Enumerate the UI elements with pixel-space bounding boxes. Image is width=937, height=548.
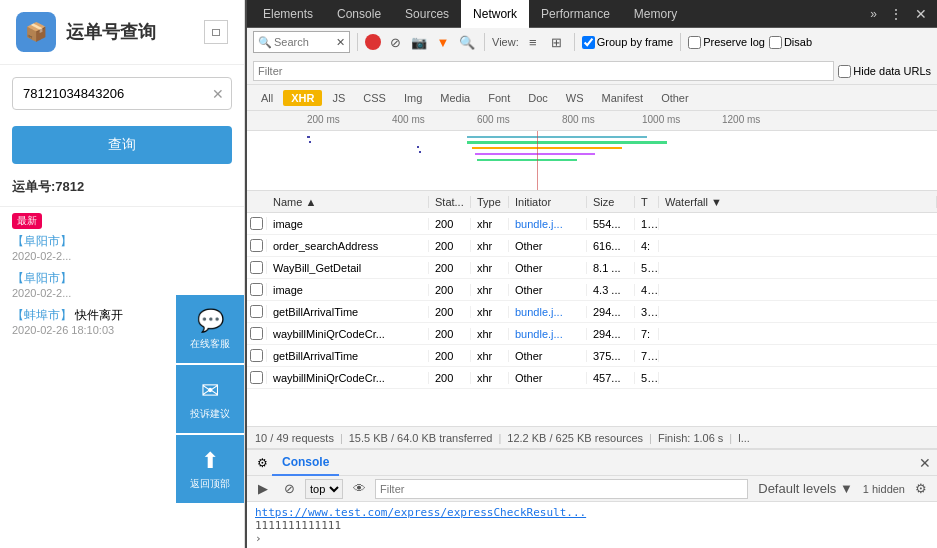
context-selector[interactable]: top — [305, 479, 343, 499]
preserve-log-label[interactable]: Preserve log — [688, 36, 765, 49]
tab-console[interactable]: Console — [325, 0, 393, 28]
eye-icon[interactable]: 👁 — [349, 479, 369, 499]
search-network-btn[interactable]: 🔍 — [457, 32, 477, 52]
filter-tab-doc[interactable]: Doc — [520, 90, 556, 106]
table-row[interactable]: image 200 xhr bundle.j... 554... 1€ — [247, 213, 937, 235]
disable-cache-checkbox[interactable] — [769, 36, 782, 49]
row-initiator-6[interactable]: bundle.j... — [509, 328, 587, 340]
row-name-7: getBillArrivalTime — [267, 350, 429, 362]
filter-tab-js[interactable]: JS — [324, 90, 353, 106]
console-settings-btn[interactable]: ⚙ — [911, 479, 931, 499]
row-type-8: xhr — [471, 372, 509, 384]
row-check-2[interactable] — [250, 239, 263, 252]
more-tabs-btn[interactable]: » — [864, 7, 883, 21]
th-status[interactable]: Stat... — [429, 196, 471, 208]
back-to-top-btn[interactable]: ⬆ 返回顶部 — [176, 435, 244, 503]
row-check-6[interactable] — [250, 327, 263, 340]
row-checkbox[interactable] — [247, 371, 267, 384]
screenshot-btn[interactable]: 📷 — [409, 32, 429, 52]
console-tab-console[interactable]: Console — [272, 450, 339, 476]
record-btn[interactable] — [365, 34, 381, 50]
filter-tab-font[interactable]: Font — [480, 90, 518, 106]
filter-tab-media[interactable]: Media — [432, 90, 478, 106]
tab-memory[interactable]: Memory — [622, 0, 689, 28]
list-view-btn[interactable]: ≡ — [523, 32, 543, 52]
preserve-log-checkbox[interactable] — [688, 36, 701, 49]
news-link-1[interactable]: 【阜阳市】 — [12, 234, 72, 248]
th-waterfall[interactable]: Waterfall ▼ — [659, 196, 937, 208]
hide-data-urls-checkbox[interactable] — [838, 65, 851, 78]
console-prompt-line: › — [255, 532, 929, 545]
timeline-orange-bar — [472, 147, 622, 149]
header-action-btn[interactable]: □ — [204, 20, 228, 44]
row-checkbox[interactable] — [247, 305, 267, 318]
filter-tab-other[interactable]: Other — [653, 90, 697, 106]
row-checkbox[interactable] — [247, 217, 267, 230]
block-icon[interactable]: ⊘ — [279, 479, 299, 499]
row-checkbox[interactable] — [247, 261, 267, 274]
th-type[interactable]: Type — [471, 196, 509, 208]
table-row[interactable]: waybillMiniQrCodeCr... 200 xhr bundle.j.… — [247, 323, 937, 345]
log-levels-btn[interactable]: Default levels ▼ — [754, 479, 857, 499]
disable-cache-label[interactable]: Disab — [769, 36, 812, 49]
table-row[interactable]: waybillMiniQrCodeCr... 200 xhr Other 457… — [247, 367, 937, 389]
finish-time: Finish: 1.06 s — [658, 432, 723, 444]
network-table-container: Name ▲ Stat... Type Initiator Size T Wat… — [247, 191, 937, 448]
row-checkbox[interactable] — [247, 327, 267, 340]
tab-sources[interactable]: Sources — [393, 0, 461, 28]
table-row[interactable]: order_searchAddress 200 xhr Other 616...… — [247, 235, 937, 257]
filter-btn[interactable]: ▼ — [433, 32, 453, 52]
row-checkbox[interactable] — [247, 283, 267, 296]
table-row[interactable]: getBillArrivalTime 200 xhr Other 375... … — [247, 345, 937, 367]
tab-performance[interactable]: Performance — [529, 0, 622, 28]
filter-tab-manifest[interactable]: Manifest — [594, 90, 652, 106]
th-name[interactable]: Name ▲ — [267, 196, 429, 208]
filter-tab-xhr[interactable]: XHR — [283, 90, 322, 106]
filter-tab-ws[interactable]: WS — [558, 90, 592, 106]
console-close-btn[interactable]: ✕ — [919, 455, 931, 471]
filter-input[interactable] — [258, 65, 829, 77]
row-initiator-1[interactable]: bundle.j... — [509, 218, 587, 230]
console-link[interactable]: https://www.test.com/express/expressChec… — [255, 506, 586, 519]
news-link-2[interactable]: 【阜阳市】 — [12, 271, 72, 285]
row-checkbox[interactable] — [247, 349, 267, 362]
table-row[interactable]: getBillArrivalTime 200 xhr bundle.j... 2… — [247, 301, 937, 323]
hide-data-urls-label[interactable]: Hide data URLs — [838, 65, 931, 78]
group-by-frame-label[interactable]: Group by frame — [582, 36, 673, 49]
query-button[interactable]: 查询 — [12, 126, 232, 164]
stop-btn[interactable]: ⊘ — [385, 32, 405, 52]
table-row[interactable]: image 200 xhr Other 4.3 ... 4€ — [247, 279, 937, 301]
row-check-4[interactable] — [250, 283, 263, 296]
filter-tab-css[interactable]: CSS — [355, 90, 394, 106]
row-check-8[interactable] — [250, 371, 263, 384]
search-input[interactable] — [274, 36, 334, 48]
complaint-btn[interactable]: ✉ 投诉建议 — [176, 365, 244, 433]
row-check-5[interactable] — [250, 305, 263, 318]
row-initiator-5[interactable]: bundle.j... — [509, 306, 587, 318]
th-size[interactable]: Size — [587, 196, 635, 208]
row-check-3[interactable] — [250, 261, 263, 274]
close-search-icon[interactable]: ✕ — [336, 36, 345, 49]
row-check-1[interactable] — [250, 217, 263, 230]
table-row[interactable]: WayBill_GetDetail 200 xhr Other 8.1 ... … — [247, 257, 937, 279]
execute-btn[interactable]: ▶ — [253, 479, 273, 499]
filter-tab-all[interactable]: All — [253, 90, 281, 106]
news-link-3[interactable]: 【蚌埠市】 — [12, 308, 72, 322]
clear-input-btn[interactable]: ✕ — [212, 86, 224, 102]
row-checkbox[interactable] — [247, 239, 267, 252]
th-initiator[interactable]: Initiator — [509, 196, 587, 208]
group-view-btn[interactable]: ⊞ — [547, 32, 567, 52]
devtools-close-btn[interactable]: ✕ — [909, 6, 933, 22]
tab-network[interactable]: Network — [461, 0, 529, 28]
group-by-frame-checkbox[interactable] — [582, 36, 595, 49]
filter-tab-img[interactable]: Img — [396, 90, 430, 106]
console-tab-settings[interactable]: ⚙ — [253, 450, 272, 476]
online-service-btn[interactable]: 💬 在线客服 — [176, 295, 244, 363]
row-status-6: 200 — [429, 328, 471, 340]
row-check-7[interactable] — [250, 349, 263, 362]
console-filter-input[interactable] — [380, 483, 743, 495]
th-time[interactable]: T — [635, 196, 659, 208]
tab-elements[interactable]: Elements — [251, 0, 325, 28]
devtools-options-btn[interactable]: ⋮ — [883, 6, 909, 22]
waybill-input[interactable] — [12, 77, 232, 110]
